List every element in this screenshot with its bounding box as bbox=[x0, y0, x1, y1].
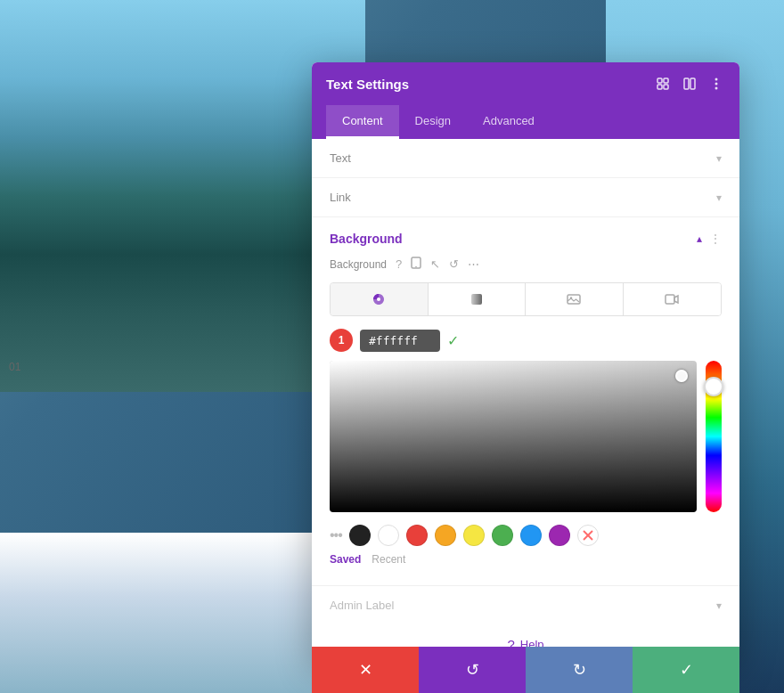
background-collapse-icon[interactable]: ▴ bbox=[697, 232, 702, 245]
more-colors-button[interactable]: ••• bbox=[330, 527, 342, 543]
admin-label-row[interactable]: Admin Label ▾ bbox=[312, 585, 739, 624]
columns-icon[interactable] bbox=[681, 75, 698, 93]
color-badge: 1 bbox=[330, 329, 353, 352]
hue-handle[interactable] bbox=[704, 377, 723, 396]
color-hex-input[interactable] bbox=[360, 330, 440, 352]
gradient-picker[interactable] bbox=[330, 361, 722, 512]
background-controls: Background ? ↖ ↺ ⋯ bbox=[330, 257, 722, 272]
cursor-icon[interactable]: ↖ bbox=[430, 257, 440, 271]
svg-rect-4 bbox=[684, 78, 689, 89]
save-button[interactable]: ✓ bbox=[633, 647, 739, 693]
svg-rect-0 bbox=[657, 78, 662, 83]
page-number: 01 bbox=[9, 361, 20, 373]
panel-header-icons bbox=[654, 75, 725, 93]
settings-panel: Text Settings bbox=[312, 62, 739, 664]
swatch-white[interactable] bbox=[378, 525, 399, 546]
svg-rect-12 bbox=[471, 294, 482, 305]
color-confirm-button[interactable]: ✓ bbox=[447, 332, 459, 349]
svg-point-7 bbox=[715, 83, 718, 86]
mobile-icon[interactable] bbox=[411, 257, 421, 272]
svg-rect-3 bbox=[664, 85, 668, 89]
svg-point-8 bbox=[715, 87, 718, 90]
bg-type-video[interactable] bbox=[624, 283, 722, 315]
background-title: Background bbox=[330, 232, 403, 246]
panel-body: Text ▾ Link ▾ Background ▴ ⋮ Background … bbox=[312, 139, 739, 664]
svg-point-6 bbox=[715, 78, 718, 81]
undo-button[interactable]: ↺ bbox=[419, 647, 526, 693]
background-header-right: ▴ ⋮ bbox=[697, 232, 722, 246]
link-section-row[interactable]: Link ▾ bbox=[312, 178, 739, 217]
tab-content[interactable]: Content bbox=[326, 105, 399, 139]
reset-icon[interactable]: ↺ bbox=[449, 257, 459, 271]
swatch-tab-saved[interactable]: Saved bbox=[330, 553, 361, 566]
expand-icon[interactable] bbox=[654, 75, 672, 93]
tab-advanced[interactable]: Advanced bbox=[467, 105, 551, 139]
panel-header: Text Settings bbox=[312, 62, 739, 105]
bg-type-image[interactable] bbox=[526, 283, 624, 315]
panel-title: Text Settings bbox=[326, 77, 409, 92]
svg-point-10 bbox=[415, 266, 417, 268]
link-section-label: Link bbox=[330, 191, 351, 204]
bg-type-color[interactable] bbox=[331, 283, 429, 315]
swatch-eraser[interactable] bbox=[577, 525, 599, 546]
background-section: Background ▴ ⋮ Background ? ↖ ↺ ⋯ bbox=[312, 217, 739, 585]
background-header: Background ▴ ⋮ bbox=[330, 232, 722, 246]
color-input-row: 1 ✓ bbox=[330, 329, 722, 352]
swatch-yellow[interactable] bbox=[463, 525, 485, 546]
more-options-icon[interactable]: ⋯ bbox=[468, 257, 479, 271]
swatch-orange[interactable] bbox=[435, 525, 456, 546]
admin-label-text: Admin Label bbox=[330, 599, 394, 612]
swatch-tab-recent[interactable]: Recent bbox=[372, 553, 405, 566]
svg-rect-15 bbox=[666, 295, 674, 304]
bg-type-gradient[interactable] bbox=[429, 283, 527, 315]
svg-rect-1 bbox=[664, 78, 668, 83]
link-chevron-icon: ▾ bbox=[716, 192, 722, 204]
cancel-button[interactable]: ✕ bbox=[312, 647, 419, 693]
color-swatches: ••• bbox=[330, 525, 722, 546]
swatch-green[interactable] bbox=[492, 525, 513, 546]
redo-button[interactable]: ↻ bbox=[526, 647, 633, 693]
admin-label-chevron-icon: ▾ bbox=[716, 599, 722, 612]
background-more-icon[interactable]: ⋮ bbox=[709, 232, 722, 246]
swatch-red[interactable] bbox=[406, 525, 428, 546]
tab-design[interactable]: Design bbox=[399, 105, 467, 139]
help-circle-icon[interactable]: ? bbox=[396, 257, 402, 271]
svg-rect-2 bbox=[657, 85, 662, 89]
swatch-black[interactable] bbox=[349, 525, 371, 546]
background-type-tabs bbox=[330, 282, 722, 316]
gradient-handle[interactable] bbox=[675, 370, 688, 382]
text-section-row[interactable]: Text ▾ bbox=[312, 139, 739, 178]
panel-tabs: Content Design Advanced bbox=[312, 105, 739, 139]
action-bar: ✕ ↺ ↻ ✓ bbox=[312, 647, 739, 693]
color-picker-area: 1 ✓ bbox=[330, 329, 722, 512]
mountain-background bbox=[0, 0, 365, 392]
swatch-purple[interactable] bbox=[549, 525, 570, 546]
text-section-label: Text bbox=[330, 151, 351, 165]
text-chevron-icon: ▾ bbox=[716, 152, 722, 165]
more-vert-icon[interactable] bbox=[707, 75, 725, 93]
svg-point-11 bbox=[377, 298, 380, 301]
svg-rect-5 bbox=[690, 78, 695, 89]
swatch-tabs: Saved Recent bbox=[330, 553, 722, 566]
background-controls-label: Background bbox=[330, 258, 387, 271]
swatch-blue[interactable] bbox=[520, 525, 542, 546]
